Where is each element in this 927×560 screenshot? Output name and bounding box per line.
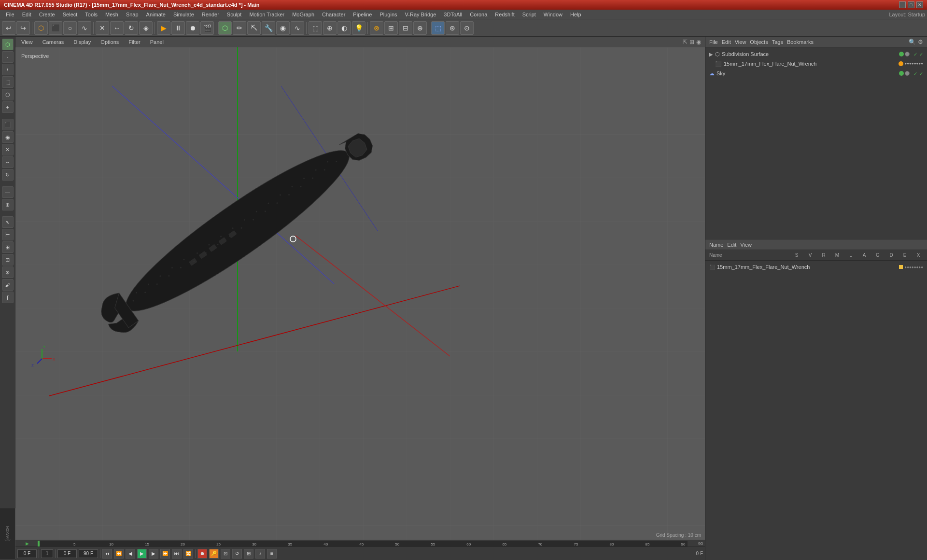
pb-record[interactable]: ⏺ xyxy=(197,549,207,559)
viewport-3d[interactable]: X Y Z Perspective Grid Spacing : 10 cm xyxy=(15,47,705,540)
toolbar-cube[interactable]: ⬡ xyxy=(218,21,232,35)
om-dot-visible[interactable] xyxy=(899,52,904,56)
pb-sound[interactable]: ♪ xyxy=(255,549,265,559)
om-menu-tags[interactable]: Tags xyxy=(772,39,783,45)
sidebar-workspace-tool[interactable]: ⬛ xyxy=(2,119,14,130)
maximize-button[interactable]: □ xyxy=(908,1,914,8)
viewport-menu-panel[interactable]: Panel xyxy=(148,38,166,46)
toolbar-transform[interactable]: ◈ xyxy=(139,21,153,35)
toolbar-redo[interactable]: ↪ xyxy=(16,21,30,35)
menu-tools[interactable]: Tools xyxy=(81,11,101,18)
menu-edit[interactable]: Edit xyxy=(18,11,35,18)
toolbar-rotate[interactable]: ↻ xyxy=(125,21,138,35)
start-frame-input[interactable] xyxy=(57,549,77,558)
menu-mesh[interactable]: Mesh xyxy=(101,11,122,18)
viewport-menu-view[interactable]: View xyxy=(19,38,35,46)
toolbar-select-rect[interactable]: ⬛ xyxy=(49,21,62,35)
menu-render[interactable]: Render xyxy=(198,11,223,18)
menu-vraybridge[interactable]: V-Ray Bridge xyxy=(401,11,440,18)
sidebar-array-tool[interactable]: ⊞ xyxy=(2,241,14,253)
sidebar-axis-mode[interactable]: + xyxy=(2,101,14,113)
timeline-track[interactable]: 0 5 10 15 20 25 30 35 40 45 50 55 60 65 … xyxy=(38,541,688,546)
sidebar-uvw-mode[interactable]: ⬡ xyxy=(2,89,14,100)
menu-redshift[interactable]: Redshift xyxy=(491,11,518,18)
menu-3dtoall[interactable]: 3DToAll xyxy=(440,11,466,18)
sidebar-point-mode[interactable]: · xyxy=(2,51,14,63)
pb-prev-frame[interactable]: ◀ xyxy=(126,549,135,559)
end-frame-input[interactable] xyxy=(79,549,98,558)
sidebar-edge-mode[interactable]: / xyxy=(2,64,14,75)
toolbar-light[interactable]: 💡 xyxy=(352,21,365,35)
om-sky-dot[interactable] xyxy=(899,71,904,76)
toolbar-mp2[interactable]: ⊛ xyxy=(446,21,459,35)
pb-preview[interactable]: ⊞ xyxy=(244,549,253,559)
pb-list[interactable]: ≡ xyxy=(267,549,277,559)
menu-select[interactable]: Select xyxy=(59,11,82,18)
toolbar-target[interactable]: ⊕ xyxy=(323,21,337,35)
toolbar-select-lasso[interactable]: ∿ xyxy=(78,21,91,35)
toolbar-obj-axis[interactable]: ▶ xyxy=(157,21,170,35)
om-row-wrench[interactable]: ⬛ 15mm_17mm_Flex_Flare_Nut_Wrench ●●●●●●… xyxy=(707,59,925,69)
toolbar-render[interactable]: ⏸ xyxy=(171,21,185,35)
toolbar-boole[interactable]: ⊗ xyxy=(370,21,383,35)
pb-motion-clip[interactable]: ⊡ xyxy=(221,549,230,559)
sidebar-paint[interactable]: 🖌 xyxy=(2,279,14,291)
viewport-menu-filter[interactable]: Filter xyxy=(126,38,142,46)
toolbar-scale[interactable]: ↔ xyxy=(110,21,124,35)
viewport-menu-options[interactable]: Options xyxy=(98,38,121,46)
viewport-menu-cameras[interactable]: Cameras xyxy=(41,38,66,46)
menu-help[interactable]: Help xyxy=(566,11,585,18)
toolbar-undo[interactable]: ↩ xyxy=(2,21,15,35)
toolbar-parent[interactable]: ◐ xyxy=(337,21,351,35)
toolbar-interactive-render[interactable]: 🎬 xyxy=(200,21,214,35)
sidebar-model-mode[interactable]: ⬡ xyxy=(2,39,14,50)
sidebar-move[interactable]: ✕ xyxy=(2,144,14,155)
sidebar-scale[interactable]: ↔ xyxy=(2,156,14,168)
toolbar-spline[interactable]: ∿ xyxy=(291,21,304,35)
om-dot-render[interactable] xyxy=(905,52,910,56)
toolbar-array[interactable]: ⊞ xyxy=(384,21,398,35)
timeline-ruler[interactable]: ▶ 0 5 10 15 20 25 30 35 40 45 50 55 60 xyxy=(15,540,705,546)
menu-simulate[interactable]: Simulate xyxy=(169,11,198,18)
om-menu-view[interactable]: View xyxy=(735,39,746,45)
minimize-button[interactable]: _ xyxy=(899,1,906,8)
menu-mograph[interactable]: MoGraph xyxy=(288,11,318,18)
om-menu-objects[interactable]: Objects xyxy=(750,39,768,45)
sidebar-rotate[interactable]: ↻ xyxy=(2,169,14,181)
close-button[interactable]: ✕ xyxy=(916,1,923,8)
pb-go-start[interactable]: ⏮ xyxy=(102,549,112,559)
sidebar-magnet[interactable]: ∫ xyxy=(2,292,14,303)
toolbar-pen[interactable]: ✏ xyxy=(233,21,246,35)
viewport-menu-display[interactable]: Display xyxy=(71,38,93,46)
om-settings-icon[interactable]: ⚙ xyxy=(918,39,923,45)
om-menu-edit[interactable]: Edit xyxy=(722,39,731,45)
current-frame-input[interactable] xyxy=(17,549,37,558)
om-row-sky[interactable]: ☁ Sky ✓ ✓ xyxy=(707,69,925,78)
attr-menu-view[interactable]: View xyxy=(740,242,752,248)
toolbar-select-circle[interactable]: ○ xyxy=(63,21,77,35)
sidebar-mirror[interactable]: ⊢ xyxy=(2,229,14,240)
sidebar-twist[interactable]: ∿ xyxy=(2,216,14,228)
toolbar-move[interactable]: ✕ xyxy=(96,21,109,35)
toolbar-xref[interactable]: ⊕ xyxy=(413,21,427,35)
om-menu-file[interactable]: File xyxy=(709,39,718,45)
toolbar-floor[interactable]: ⬚ xyxy=(309,21,322,35)
toolbar-sculpt-btn[interactable]: ⛏ xyxy=(247,21,261,35)
menu-script[interactable]: Script xyxy=(519,11,540,18)
attr-row-wrench[interactable]: ⬛ 15mm_17mm_Flex_Flare_Nut_Wrench ●●●●●●… xyxy=(707,263,925,271)
toolbar-deform[interactable]: 🔧 xyxy=(262,21,275,35)
menu-motiontracker[interactable]: Motion Tracker xyxy=(245,11,288,18)
om-row-subdivision[interactable]: ▶ ⬡ Subdivision Surface ✓ ✓ xyxy=(707,49,925,59)
pb-next-keyframe[interactable]: ⏩ xyxy=(160,549,170,559)
toolbar-select-live[interactable]: ⬡ xyxy=(34,21,48,35)
om-search-icon[interactable]: 🔍 xyxy=(909,39,916,45)
pb-prev-keyframe[interactable]: ⏪ xyxy=(114,549,124,559)
viewport-settings-icon[interactable]: ⊞ xyxy=(689,39,694,45)
toolbar-render2[interactable]: ⏺ xyxy=(186,21,199,35)
menu-create[interactable]: Create xyxy=(35,11,59,18)
toolbar-mp[interactable]: ⬚ xyxy=(431,21,445,35)
menu-sculpt[interactable]: Sculpt xyxy=(223,11,246,18)
menu-window[interactable]: Window xyxy=(540,11,566,18)
menu-file[interactable]: File xyxy=(2,11,18,18)
pb-play[interactable]: ▶ xyxy=(137,549,147,559)
